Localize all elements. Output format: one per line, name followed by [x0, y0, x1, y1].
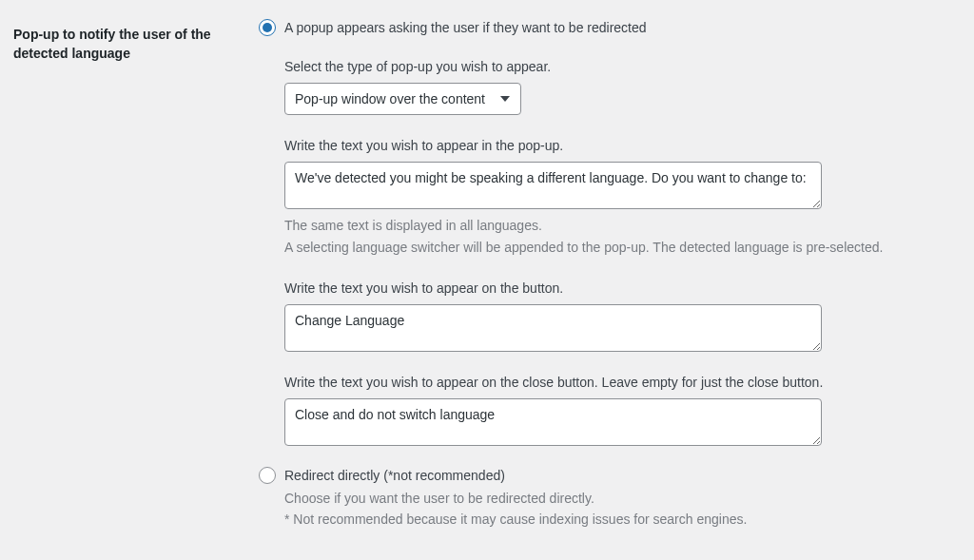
close-text-label: Write the text you wish to appear on the…	[284, 373, 961, 393]
radio-redirect[interactable]	[259, 467, 276, 484]
popup-text-help2: A selecting language switcher will be ap…	[284, 237, 961, 258]
radio-row-redirect: Redirect directly (*not recommended)	[259, 467, 961, 484]
popup-text-input[interactable]	[284, 162, 822, 209]
popup-type-label: Select the type of pop-up you wish to ap…	[284, 57, 961, 77]
popup-type-select-wrap: Pop-up window over the content	[284, 83, 521, 115]
radio-popup-label: A popup appears asking the user if they …	[284, 20, 647, 35]
field-popup-type: Select the type of pop-up you wish to ap…	[284, 57, 961, 115]
popup-text-help1: The same text is displayed in all langua…	[284, 215, 961, 236]
popup-text-label: Write the text you wish to appear in the…	[284, 136, 961, 156]
button-text-input[interactable]	[284, 304, 822, 352]
row-content: A popup appears asking the user if they …	[259, 19, 961, 551]
redirect-desc2: * Not recommended because it may cause i…	[284, 509, 961, 530]
popup-type-select[interactable]: Pop-up window over the content	[284, 83, 521, 115]
field-close-text: Write the text you wish to appear on the…	[284, 373, 961, 446]
option-popup-section: A popup appears asking the user if they …	[259, 19, 961, 446]
close-text-input[interactable]	[284, 398, 822, 446]
radio-row-popup: A popup appears asking the user if they …	[259, 19, 961, 36]
section-title: Pop-up to notify the user of the detecte…	[13, 19, 259, 64]
popup-subcontent: Select the type of pop-up you wish to ap…	[284, 57, 961, 446]
option-redirect-section: Redirect directly (*not recommended) Cho…	[259, 467, 961, 531]
redirect-desc1: Choose if you want the user to be redire…	[284, 488, 961, 509]
radio-popup[interactable]	[259, 19, 276, 36]
field-popup-text: Write the text you wish to appear in the…	[284, 136, 961, 258]
button-text-label: Write the text you wish to appear on the…	[284, 279, 961, 299]
radio-redirect-label: Redirect directly (*not recommended)	[284, 468, 505, 483]
settings-row: Pop-up to notify the user of the detecte…	[13, 19, 961, 551]
field-button-text: Write the text you wish to appear on the…	[284, 279, 961, 352]
